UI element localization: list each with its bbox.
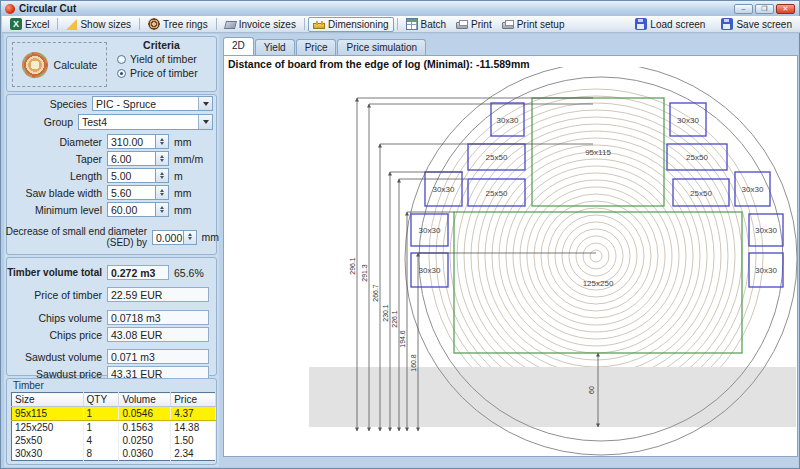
sed-decrease-unit: mm [197,231,220,243]
tree-ring [576,236,616,276]
criteria-title: Criteria [111,39,212,51]
title-bar: Circular Cut [1,1,799,16]
taper-spinner[interactable] [156,151,169,166]
board-label: 30x30 [677,116,699,125]
tree-ring [541,201,651,311]
save-screen-label: Save screen [736,19,792,30]
toolbar-print[interactable]: Print [451,17,497,32]
tab-2d[interactable]: 2D [223,37,254,55]
tab-price-simulation[interactable]: Price simulation [337,39,426,55]
tree-ring [583,243,609,269]
table-row[interactable]: 25x50 4 0.0250 1.50 [12,434,216,447]
table-row[interactable]: 95x115 1 0.0546 4.37 [12,407,216,421]
app-icon [5,4,15,14]
dimension-label: 160.8 [410,354,417,372]
printer-icon [456,22,468,29]
cell-qty: 1 [83,421,119,435]
toolbar-show-sizes[interactable]: Show sizes [61,17,136,32]
toolbar-invoice-sizes[interactable]: Invoice sizes [220,17,301,32]
tree-rings-icon [148,18,160,30]
radio-price-of-timber[interactable]: Price of timber [117,67,212,79]
cell-size: 30x30 [12,447,84,461]
group-value: Test4 [79,116,198,128]
tab-price[interactable]: Price [296,39,337,55]
board-label: 30x30 [742,185,764,194]
content-area: Calculate Criteria Yield of timber Price… [4,34,798,467]
length-unit: m [169,170,183,182]
group-label: Group [4,116,78,128]
toolbar-print-setup-label: Print setup [517,19,565,30]
calculate-label: Calculate [54,59,98,71]
cell-volume: 0.1563 [119,421,171,435]
table-row[interactable]: 125x250 1 0.1563 14.38 [12,421,216,435]
species-label: Species [4,98,92,110]
diameter-spinner[interactable] [156,134,169,149]
col-price[interactable]: Price [171,393,216,407]
diameter-input[interactable]: 310.00 [107,134,156,149]
toolbar-batch[interactable]: Batch [401,17,452,32]
toolbar-separator [57,18,58,30]
cell-volume: 0.0360 [119,447,171,461]
chips-price-value: 43.08 EUR [107,327,209,342]
maximize-button[interactable] [755,4,774,14]
toolbar-print-setup[interactable]: Print setup [497,17,570,32]
timber-table-header: Size QTY Volume Price [12,393,216,407]
sed-decrease-input[interactable]: 0.000 [152,230,184,245]
board-label: 30x30 [755,266,777,275]
sed-decrease-spinner[interactable] [184,230,197,245]
dimension-label: 230.1 [382,304,389,322]
chevron-down-icon [198,115,212,129]
close-button[interactable] [776,4,795,14]
tree-ring [513,173,679,339]
cell-price: 14.38 [171,421,216,435]
length-spinner[interactable] [156,168,169,183]
col-size[interactable]: Size [12,393,84,407]
col-qty[interactable]: QTY [83,393,119,407]
col-volume[interactable]: Volume [119,393,171,407]
toolbar-separator [304,18,305,30]
species-dropdown[interactable]: PIC - Spruce [92,96,213,111]
table-row[interactable]: 30x30 8 0.0360 2.34 [12,447,216,461]
save-floppy-icon [721,18,733,30]
tree-ring [464,124,728,388]
tab-yield[interactable]: Yield [255,39,295,55]
load-screen-button[interactable]: Load screen [630,17,710,32]
cell-price: 2.34 [171,447,216,461]
board-label: 30x30 [755,226,777,235]
minimize-button[interactable] [734,4,753,14]
toolbar-excel[interactable]: Excel [5,17,54,32]
toolbar-tree-rings[interactable]: Tree rings [143,17,213,32]
board-label: 95x115 [585,148,611,157]
criteria-groupbox: Calculate Criteria Yield of timber Price… [6,36,217,92]
chips-volume-label: Chips volume [4,312,107,324]
saw-blade-width-spinner[interactable] [156,185,169,200]
price-of-timber-value: 22.59 EUR [107,287,209,302]
minimum-level-spinner[interactable] [156,202,169,217]
cell-qty: 4 [83,434,119,447]
board-label: 30x30 [433,185,455,194]
toolbar-separator [139,18,140,30]
chips-price-label: Chips price [4,329,107,341]
cell-size: 125x250 [12,421,84,435]
grid-icon [406,18,418,30]
save-screen-button[interactable]: Save screen [716,17,797,32]
board-label: 25x50 [486,153,508,162]
diameter-label: Diameter [4,136,107,148]
printer-setup-icon [502,22,514,29]
length-label: Length [4,170,107,182]
cell-price: 1.50 [171,434,216,447]
radio-yield-of-timber[interactable]: Yield of timber [117,53,212,65]
cell-volume: 0.0546 [119,407,171,421]
toolbar-dimensioning[interactable]: Dimensioning [308,17,394,32]
group-dropdown[interactable]: Test4 [78,114,213,130]
minimum-level-unit: mm [169,204,192,216]
tree-ring [520,180,672,332]
taper-input[interactable]: 6.00 [107,151,156,166]
minimum-level-input[interactable]: 60.00 [107,202,156,217]
species-value: PIC - Spruce [93,98,198,110]
board-label: 30x30 [419,266,441,275]
saw-blade-width-input[interactable]: 5.60 [107,185,156,200]
length-input[interactable]: 5.00 [107,168,156,183]
radio-checked-icon [117,69,126,78]
calculate-button[interactable]: Calculate [12,42,107,87]
